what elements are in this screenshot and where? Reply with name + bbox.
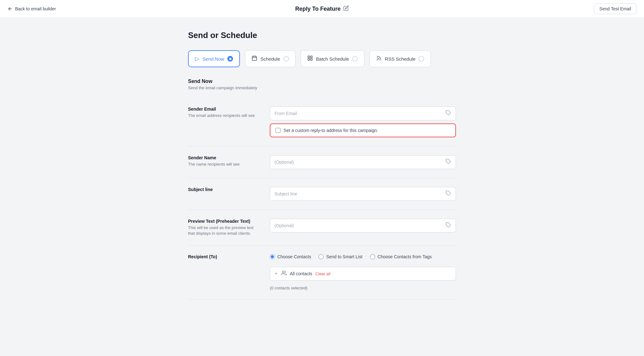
sender-email-sublabel: The email address recipients will see (188, 113, 257, 118)
recipient-radio-group: Choose Contacts Send to Smart List Choos… (270, 254, 456, 259)
subject-line-row: Subject line (188, 178, 456, 210)
tag-icon-email[interactable] (446, 110, 451, 117)
reply-to-card: Set a custom reply-to address for this c… (270, 123, 456, 137)
send-now-label: Send Now (203, 56, 224, 62)
from-email-input-wrapper (270, 107, 456, 120)
svg-rect-0 (252, 56, 257, 61)
page-title: Send or Schedule (188, 30, 456, 40)
batch-schedule-icon (307, 55, 313, 63)
from-email-input[interactable] (275, 111, 446, 116)
sender-email-label: Sender Email (188, 107, 257, 112)
preview-text-sublabel: This will be used as the preview text th… (188, 225, 257, 236)
contacts-selected-count: (0 contacts selected) (270, 286, 456, 290)
choose-contacts-radio[interactable] (270, 254, 275, 259)
send-now-radio[interactable] (227, 56, 233, 62)
all-contacts-label: All contacts (290, 271, 313, 276)
sender-email-field-col: Set a custom reply-to address for this c… (270, 107, 456, 137)
contacts-tags-label: Choose Contacts from Tags (378, 254, 432, 259)
batch-schedule-radio[interactable] (352, 56, 358, 62)
svg-point-13 (282, 271, 284, 273)
back-link-label: Back to email builder (15, 6, 56, 11)
schedule-card[interactable]: Schedule (245, 50, 296, 67)
send-now-icon: ▷ (195, 55, 199, 62)
smart-list-option[interactable]: Send to Smart List (319, 254, 362, 259)
sender-name-row: Sender Name The name recipients will see (188, 146, 456, 178)
subject-line-input[interactable] (275, 191, 446, 196)
recipient-row: Recipient (To) Choose Contacts Send to S… (188, 245, 456, 299)
preview-text-input-wrapper (270, 219, 456, 233)
smart-list-radio[interactable] (319, 254, 324, 259)
rss-schedule-label: RSS Schedule (385, 56, 416, 62)
subject-line-label: Subject line (188, 187, 257, 192)
svg-point-8 (377, 59, 378, 60)
sender-name-label: Sender Name (188, 155, 257, 160)
svg-rect-6 (308, 58, 309, 60)
svg-rect-4 (308, 56, 309, 58)
rss-schedule-icon (376, 55, 382, 63)
sender-name-input[interactable] (275, 160, 446, 165)
batch-schedule-label: Batch Schedule (316, 56, 349, 62)
preview-text-label: Preview Text (Preheader Text) (188, 219, 257, 224)
sender-name-input-wrapper (270, 155, 456, 169)
batch-schedule-card[interactable]: Batch Schedule (301, 50, 364, 67)
contacts-tags-option[interactable]: Choose Contacts from Tags (370, 254, 432, 259)
plus-icon: + (275, 271, 278, 277)
send-now-card[interactable]: ▷ Send Now (188, 50, 240, 67)
campaign-title: Reply To Feature (295, 6, 341, 12)
reply-to-checkbox[interactable] (275, 128, 280, 133)
schedule-radio[interactable] (283, 56, 289, 62)
rss-schedule-radio[interactable] (419, 56, 424, 62)
schedule-icon (252, 55, 257, 63)
edit-title-icon[interactable] (343, 5, 349, 13)
sender-email-row: Sender Email The email address recipient… (188, 98, 456, 146)
svg-rect-5 (310, 56, 312, 58)
contacts-bar: + All contacts Clear all (270, 267, 456, 281)
tag-icon-preview[interactable] (446, 222, 451, 229)
header-title-area: Reply To Feature (295, 5, 349, 13)
recipient-label-col: Recipient (To) (188, 254, 257, 260)
send-mode-selector: ▷ Send Now Schedule Batch Schedule RSS S… (188, 50, 456, 67)
sender-name-sublabel: The name recipients will see (188, 162, 257, 167)
smart-list-label: Send to Smart List (326, 254, 362, 259)
clear-all-button[interactable]: Clear all (315, 271, 330, 276)
sender-name-field-col (270, 155, 456, 169)
recipient-label: Recipient (To) (188, 254, 257, 259)
preview-text-input[interactable] (275, 223, 446, 228)
send-now-section-desc: Send the email campaign immediately (188, 85, 456, 90)
preview-text-label-col: Preview Text (Preheader Text) This will … (188, 219, 257, 236)
send-test-email-button[interactable]: Send Test Email (594, 3, 636, 14)
svg-rect-7 (310, 58, 312, 60)
schedule-label: Schedule (260, 56, 280, 62)
preview-text-row: Preview Text (Preheader Text) This will … (188, 210, 456, 245)
choose-contacts-label: Choose Contacts (277, 254, 311, 259)
subject-line-label-col: Subject line (188, 187, 257, 193)
back-to-builder-link[interactable]: Back to email builder (8, 6, 56, 11)
reply-to-label[interactable]: Set a custom reply-to address for this c… (284, 128, 378, 133)
app-header: Back to email builder Reply To Feature S… (0, 0, 644, 18)
rss-schedule-card[interactable]: RSS Schedule (369, 50, 431, 67)
contacts-tags-radio[interactable] (370, 254, 375, 259)
contacts-group-icon (281, 270, 287, 277)
tag-icon-subject[interactable] (446, 190, 451, 197)
sender-name-label-col: Sender Name The name recipients will see (188, 155, 257, 167)
main-content: Send or Schedule ▷ Send Now Schedule Bat… (180, 18, 464, 331)
add-contacts-button[interactable]: + (275, 271, 278, 277)
tag-icon-name[interactable] (446, 159, 451, 166)
subject-line-field-col (270, 187, 456, 201)
preview-text-field-col (270, 219, 456, 233)
arrow-left-icon (8, 6, 13, 11)
choose-contacts-option[interactable]: Choose Contacts (270, 254, 311, 259)
sender-email-label-col: Sender Email The email address recipient… (188, 107, 257, 118)
subject-line-input-wrapper (270, 187, 456, 201)
send-now-section-header: Send Now Send the email campaign immedia… (188, 79, 456, 90)
recipient-field-col: Choose Contacts Send to Smart List Choos… (270, 254, 456, 290)
send-now-section-title: Send Now (188, 79, 456, 84)
